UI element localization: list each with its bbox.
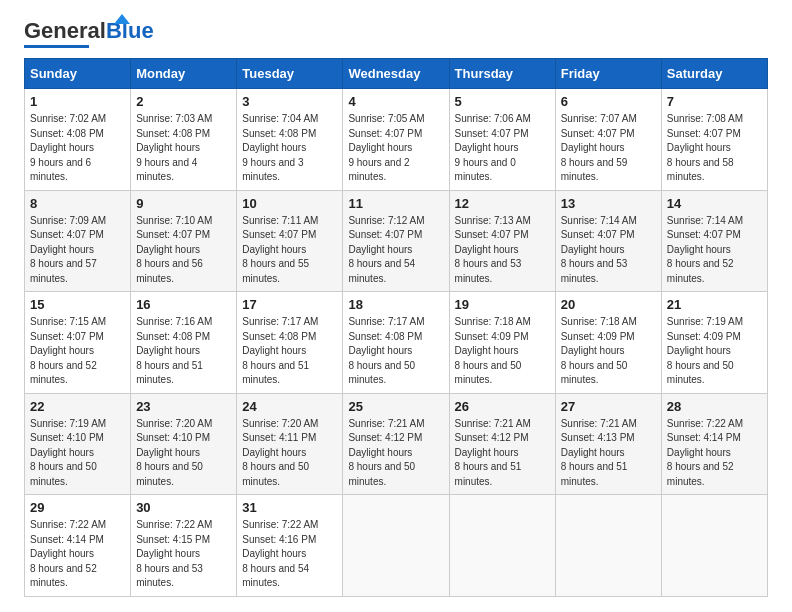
daylight-label: Daylight hours — [455, 447, 519, 458]
cell-info: Sunrise: 7:18 AM Sunset: 4:09 PM Dayligh… — [561, 315, 656, 388]
daylight-value: 8 hours and 50 minutes. — [242, 461, 309, 487]
calendar-cell: 3 Sunrise: 7:04 AM Sunset: 4:08 PM Dayli… — [237, 89, 343, 191]
daylight-value: 8 hours and 56 minutes. — [136, 258, 203, 284]
daylight-label: Daylight hours — [667, 244, 731, 255]
cell-info: Sunrise: 7:20 AM Sunset: 4:11 PM Dayligh… — [242, 417, 337, 490]
daylight-value: 8 hours and 51 minutes. — [242, 360, 309, 386]
daylight-label: Daylight hours — [136, 548, 200, 559]
cell-info: Sunrise: 7:16 AM Sunset: 4:08 PM Dayligh… — [136, 315, 231, 388]
header-cell-sunday: Sunday — [25, 59, 131, 89]
calendar-cell: 24 Sunrise: 7:20 AM Sunset: 4:11 PM Dayl… — [237, 393, 343, 495]
daylight-value: 8 hours and 52 minutes. — [667, 461, 734, 487]
sunset-label: Sunset: 4:12 PM — [348, 432, 422, 443]
daylight-label: Daylight hours — [242, 244, 306, 255]
daylight-value: 8 hours and 52 minutes. — [30, 563, 97, 589]
daylight-value: 9 hours and 6 minutes. — [30, 157, 91, 183]
sunset-label: Sunset: 4:07 PM — [136, 229, 210, 240]
day-number: 4 — [348, 94, 443, 109]
daylight-label: Daylight hours — [348, 142, 412, 153]
sunset-label: Sunset: 4:08 PM — [136, 128, 210, 139]
calendar-cell: 15 Sunrise: 7:15 AM Sunset: 4:07 PM Dayl… — [25, 292, 131, 394]
calendar-cell: 23 Sunrise: 7:20 AM Sunset: 4:10 PM Dayl… — [131, 393, 237, 495]
sunrise-label: Sunrise: 7:05 AM — [348, 113, 424, 124]
calendar-cell: 27 Sunrise: 7:21 AM Sunset: 4:13 PM Dayl… — [555, 393, 661, 495]
sunrise-label: Sunrise: 7:04 AM — [242, 113, 318, 124]
day-number: 14 — [667, 196, 762, 211]
cell-info: Sunrise: 7:17 AM Sunset: 4:08 PM Dayligh… — [348, 315, 443, 388]
daylight-value: 9 hours and 2 minutes. — [348, 157, 409, 183]
sunset-label: Sunset: 4:08 PM — [348, 331, 422, 342]
sunset-label: Sunset: 4:07 PM — [30, 229, 104, 240]
cell-info: Sunrise: 7:08 AM Sunset: 4:07 PM Dayligh… — [667, 112, 762, 185]
sunrise-label: Sunrise: 7:08 AM — [667, 113, 743, 124]
sunset-label: Sunset: 4:07 PM — [561, 128, 635, 139]
logo-general: GeneralBlue — [24, 20, 154, 42]
sunrise-label: Sunrise: 7:12 AM — [348, 215, 424, 226]
sunrise-label: Sunrise: 7:16 AM — [136, 316, 212, 327]
day-number: 7 — [667, 94, 762, 109]
day-number: 13 — [561, 196, 656, 211]
sunrise-label: Sunrise: 7:20 AM — [242, 418, 318, 429]
sunset-label: Sunset: 4:14 PM — [30, 534, 104, 545]
daylight-value: 8 hours and 51 minutes. — [455, 461, 522, 487]
daylight-label: Daylight hours — [242, 142, 306, 153]
cell-info: Sunrise: 7:15 AM Sunset: 4:07 PM Dayligh… — [30, 315, 125, 388]
day-number: 2 — [136, 94, 231, 109]
cell-info: Sunrise: 7:21 AM Sunset: 4:12 PM Dayligh… — [348, 417, 443, 490]
daylight-label: Daylight hours — [561, 345, 625, 356]
calendar-cell: 31 Sunrise: 7:22 AM Sunset: 4:16 PM Dayl… — [237, 495, 343, 597]
day-number: 5 — [455, 94, 550, 109]
header-cell-friday: Friday — [555, 59, 661, 89]
calendar-cell: 18 Sunrise: 7:17 AM Sunset: 4:08 PM Dayl… — [343, 292, 449, 394]
sunrise-label: Sunrise: 7:02 AM — [30, 113, 106, 124]
calendar-cell: 25 Sunrise: 7:21 AM Sunset: 4:12 PM Dayl… — [343, 393, 449, 495]
daylight-label: Daylight hours — [136, 345, 200, 356]
daylight-label: Daylight hours — [348, 345, 412, 356]
daylight-value: 8 hours and 52 minutes. — [30, 360, 97, 386]
sunrise-label: Sunrise: 7:21 AM — [455, 418, 531, 429]
calendar-cell: 6 Sunrise: 7:07 AM Sunset: 4:07 PM Dayli… — [555, 89, 661, 191]
daylight-label: Daylight hours — [30, 548, 94, 559]
cell-info: Sunrise: 7:22 AM Sunset: 4:16 PM Dayligh… — [242, 518, 337, 591]
calendar-body: 1 Sunrise: 7:02 AM Sunset: 4:08 PM Dayli… — [25, 89, 768, 597]
daylight-value: 8 hours and 53 minutes. — [136, 563, 203, 589]
day-number: 18 — [348, 297, 443, 312]
daylight-label: Daylight hours — [561, 244, 625, 255]
daylight-value: 8 hours and 58 minutes. — [667, 157, 734, 183]
day-number: 19 — [455, 297, 550, 312]
calendar-cell — [343, 495, 449, 597]
daylight-label: Daylight hours — [455, 142, 519, 153]
sunset-label: Sunset: 4:08 PM — [30, 128, 104, 139]
cell-info: Sunrise: 7:13 AM Sunset: 4:07 PM Dayligh… — [455, 214, 550, 287]
cell-info: Sunrise: 7:19 AM Sunset: 4:10 PM Dayligh… — [30, 417, 125, 490]
daylight-value: 8 hours and 51 minutes. — [561, 461, 628, 487]
week-row-3: 15 Sunrise: 7:15 AM Sunset: 4:07 PM Dayl… — [25, 292, 768, 394]
calendar-cell — [555, 495, 661, 597]
day-number: 10 — [242, 196, 337, 211]
daylight-label: Daylight hours — [561, 142, 625, 153]
daylight-value: 9 hours and 4 minutes. — [136, 157, 197, 183]
header-cell-thursday: Thursday — [449, 59, 555, 89]
daylight-value: 8 hours and 52 minutes. — [667, 258, 734, 284]
calendar-cell: 2 Sunrise: 7:03 AM Sunset: 4:08 PM Dayli… — [131, 89, 237, 191]
sunset-label: Sunset: 4:09 PM — [561, 331, 635, 342]
day-number: 25 — [348, 399, 443, 414]
sunrise-label: Sunrise: 7:11 AM — [242, 215, 318, 226]
sunset-label: Sunset: 4:08 PM — [242, 331, 316, 342]
sunrise-label: Sunrise: 7:14 AM — [561, 215, 637, 226]
sunrise-label: Sunrise: 7:13 AM — [455, 215, 531, 226]
cell-info: Sunrise: 7:03 AM Sunset: 4:08 PM Dayligh… — [136, 112, 231, 185]
cell-info: Sunrise: 7:21 AM Sunset: 4:13 PM Dayligh… — [561, 417, 656, 490]
daylight-label: Daylight hours — [561, 447, 625, 458]
cell-info: Sunrise: 7:18 AM Sunset: 4:09 PM Dayligh… — [455, 315, 550, 388]
calendar-cell: 13 Sunrise: 7:14 AM Sunset: 4:07 PM Dayl… — [555, 190, 661, 292]
calendar-cell: 26 Sunrise: 7:21 AM Sunset: 4:12 PM Dayl… — [449, 393, 555, 495]
sunrise-label: Sunrise: 7:20 AM — [136, 418, 212, 429]
daylight-label: Daylight hours — [667, 142, 731, 153]
daylight-label: Daylight hours — [242, 548, 306, 559]
calendar-cell: 16 Sunrise: 7:16 AM Sunset: 4:08 PM Dayl… — [131, 292, 237, 394]
sunset-label: Sunset: 4:07 PM — [561, 229, 635, 240]
sunset-label: Sunset: 4:13 PM — [561, 432, 635, 443]
day-number: 12 — [455, 196, 550, 211]
sunset-label: Sunset: 4:09 PM — [455, 331, 529, 342]
